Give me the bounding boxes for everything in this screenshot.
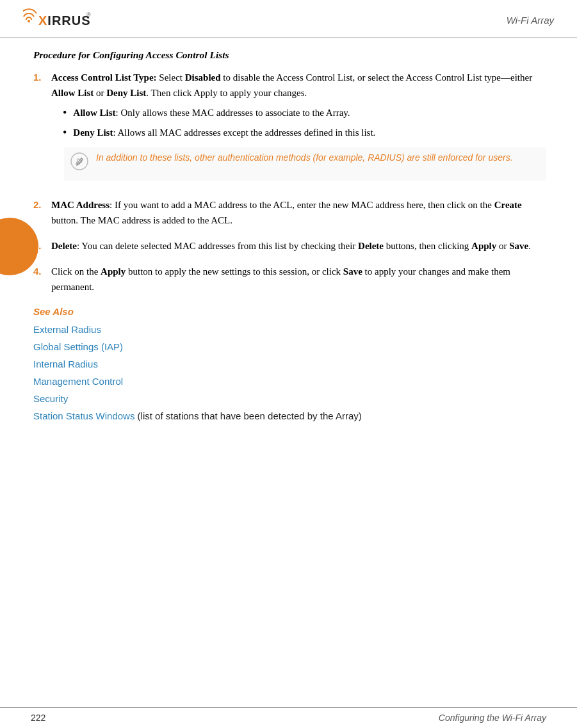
link-station-status[interactable]: Station Status Windows [33, 410, 134, 421]
step-3-delete: Delete [358, 241, 384, 251]
link-external-radius[interactable]: External Radius [33, 321, 546, 338]
see-also-section: See Also External Radius Global Settings… [33, 306, 546, 425]
bullet-allow-text: Allow List: Only allows these MAC addres… [73, 106, 350, 120]
footer-page-number: 222 [31, 713, 45, 723]
bullet-dot-1: • [63, 107, 67, 120]
step-2: 2. MAC Address: If you want to add a MAC… [33, 197, 546, 228]
bullet-deny-list: • Deny List: Allows all MAC addresses ex… [63, 125, 546, 140]
link-internal-radius[interactable]: Internal Radius [33, 355, 546, 373]
step-4: 4. Click on the Apply button to apply th… [33, 264, 546, 295]
step-1-number: 1. [33, 70, 51, 187]
station-status-line: Station Status Windows (list of stations… [33, 407, 546, 425]
step-3-save: Save [509, 241, 528, 251]
logo-svg: XIRRUS ® [23, 8, 93, 32]
svg-point-3 [71, 153, 88, 170]
page-footer: 222 Configuring the Wi-Fi Array [0, 707, 577, 728]
bullet-dot-2: • [63, 127, 67, 140]
step-1-content: Access Control List Type: Select Disable… [51, 70, 546, 187]
step-3: 3. Delete: You can delete selected MAC a… [33, 238, 546, 254]
step-4-number: 4. [33, 264, 51, 295]
svg-point-0 [28, 20, 30, 22]
steps-list: 1. Access Control List Type: Select Disa… [33, 70, 546, 295]
note-icon [70, 152, 88, 177]
step-2-create: Create [494, 200, 522, 210]
svg-line-5 [81, 158, 83, 159]
link-management-control[interactable]: Management Control [33, 373, 546, 390]
see-also-title: See Also [33, 306, 546, 317]
step-3-label: Delete [51, 241, 77, 251]
step-1-bullets: • Allow List: Only allows these MAC addr… [63, 106, 546, 141]
svg-text:XIRRUS: XIRRUS [38, 13, 91, 28]
note-text: In addition to these lists, other authen… [96, 151, 513, 165]
bullet-allow-list: • Allow List: Only allows these MAC addr… [63, 106, 546, 120]
link-global-settings[interactable]: Global Settings (IAP) [33, 338, 546, 355]
header-title: Wi-Fi Array [507, 15, 554, 26]
station-status-suffix: (list of stations that have been detecte… [134, 410, 361, 421]
step-2-number: 2. [33, 197, 51, 228]
step-4-content: Click on the Apply button to apply the n… [51, 264, 546, 295]
step-4-save: Save [343, 266, 362, 277]
step-1-allow: Allow List [51, 88, 93, 98]
step-2-label: MAC Address [51, 200, 110, 210]
step-3-apply: Apply [471, 241, 496, 251]
step-3-number: 3. [33, 238, 51, 254]
svg-text:®: ® [86, 12, 91, 18]
bullet-deny-text: Deny List: Allows all MAC addresses exce… [73, 125, 375, 140]
step-2-content: MAC Address: If you want to add a MAC ad… [51, 197, 546, 228]
step-3-content: Delete: You can delete selected MAC addr… [51, 238, 546, 254]
main-content: Procedure for Configuring Access Control… [0, 38, 577, 436]
page-header: XIRRUS ® Wi-Fi Array [0, 0, 577, 38]
step-1-disabled: Disabled [185, 72, 221, 83]
note-box: In addition to these lists, other authen… [64, 147, 546, 181]
step-1-label: Access Control List Type: [51, 72, 157, 83]
xirrus-logo: XIRRUS ® [23, 8, 93, 32]
step-4-apply: Apply [101, 266, 126, 277]
link-security[interactable]: Security [33, 390, 546, 407]
step-1-deny: Deny List [106, 88, 146, 98]
note-pencil-svg [70, 152, 88, 170]
logo-area: XIRRUS ® [23, 8, 93, 32]
step-1: 1. Access Control List Type: Select Disa… [33, 70, 546, 187]
footer-title: Configuring the Wi-Fi Array [439, 713, 546, 723]
procedure-title: Procedure for Configuring Access Control… [33, 49, 546, 61]
